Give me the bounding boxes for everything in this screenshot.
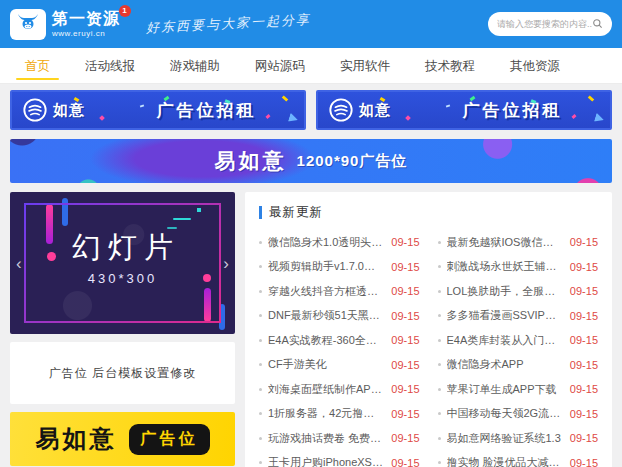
list-item[interactable]: 苹果订单生成APP下载 09-15 <box>438 377 599 402</box>
list-item[interactable]: CF手游美化 09-15 <box>259 353 420 378</box>
list-item[interactable]: 易如意网络验证系统1.3 09-15 <box>438 426 599 451</box>
list-item[interactable]: 微信隐身术1.0透明头像透空白名字 09-15 <box>259 230 420 255</box>
bullet-icon <box>259 412 262 415</box>
confetti <box>572 114 577 119</box>
bullet-icon <box>438 314 441 317</box>
article-date: 09-15 <box>391 432 419 444</box>
logo-text-block: 第一资源 1 www.eruyi.cn <box>52 11 120 38</box>
search-input[interactable] <box>497 19 592 29</box>
list-item[interactable]: 玩游戏抽话费卷 免费领取话费流量 09-15 <box>259 426 420 451</box>
ad-banner-right[interactable]: 如意 广告位招租 <box>316 90 612 130</box>
article-title[interactable]: 微信隐身术1.0透明头像透空白名字 <box>268 235 383 250</box>
yellow-ad-banner[interactable]: 易如意 广告位 <box>10 412 235 466</box>
confetti <box>99 115 105 121</box>
confetti <box>405 115 411 121</box>
list-item[interactable]: 刺激战场永世妖王辅助最新破解版 09-15 <box>438 255 599 280</box>
list-item[interactable]: 最新免越狱IOS微信新钻石VIP 超强防封版 09-15 <box>438 230 599 255</box>
bullet-icon <box>259 265 262 268</box>
nav-item[interactable]: 活动线报 <box>76 48 144 83</box>
list-item[interactable]: 多多猫看漫画SSVIP破解版 09-15 <box>438 304 599 329</box>
bullet-icon <box>438 388 441 391</box>
article-title[interactable]: CF手游美化 <box>268 357 383 372</box>
article-title[interactable]: 最新免越狱IOS微信新钻石VIP 超强防封版 <box>447 235 562 250</box>
article-title[interactable]: 1折服务器，42元撸半年 <box>268 406 383 421</box>
slideshow-caption: 幻灯片 430*300 <box>10 228 235 286</box>
ad-placeholder-box[interactable]: 广告位 后台模板设置修改 <box>10 342 235 404</box>
list-item[interactable]: E4A类库封装从入门到放弃 09-15 <box>438 328 599 353</box>
list-item[interactable]: 微信隐身术APP 09-15 <box>438 353 599 378</box>
yellow-banner-tag: 广告位 <box>129 424 210 455</box>
article-title[interactable]: LOL换肤助手，全服通用，老外出品 <box>447 284 562 299</box>
search-box[interactable] <box>488 12 612 36</box>
ad-banner-left[interactable]: 如意 广告位招租 <box>10 90 306 130</box>
site-title-text: 第一资源 <box>52 10 120 27</box>
prev-arrow-icon[interactable]: ‹ <box>16 255 22 272</box>
list-item[interactable]: E4A实战教程-360全网影视搜索二 09-15 <box>259 328 420 353</box>
bullet-icon <box>259 241 262 244</box>
list-item[interactable]: 中国移动每天领2G流量教程 09-15 <box>438 402 599 427</box>
article-title[interactable]: 视频剪辑助手v1.7.0破解版 <box>268 259 383 274</box>
big-banner-text: 1200*90广告位 <box>297 152 408 171</box>
nav-item[interactable]: 技术教程 <box>416 48 484 83</box>
article-date: 09-15 <box>570 261 598 273</box>
list-item[interactable]: 1折服务器，42元撸半年 09-15 <box>259 402 420 427</box>
list-item[interactable]: 王卡用户购iPhoneXS领1年QQ豪绿+腾讯. 09-15 <box>259 451 420 467</box>
article-title[interactable]: 多多猫看漫画SSVIP破解版 <box>447 308 562 323</box>
list-item[interactable]: LOL换肤助手，全服通用，老外出品 09-15 <box>438 279 599 304</box>
list-item[interactable]: 穿越火线抖音方框透视破解版V2.5 09-15 <box>259 279 420 304</box>
bullet-icon <box>259 314 262 317</box>
slideshow-size: 430*300 <box>10 271 235 286</box>
list-item[interactable]: 撸实物 脸漫优品大减价的东东 09-15 <box>438 451 599 467</box>
article-title[interactable]: 撸实物 脸漫优品大减价的东东 <box>447 455 562 467</box>
article-title[interactable]: 中国移动每天领2G流量教程 <box>447 406 562 421</box>
article-title[interactable]: 易如意网络验证系统1.3 <box>447 431 562 446</box>
site-logo[interactable] <box>10 9 46 40</box>
latest-updates-card: 最新更新 微信隐身术1.0透明头像透空白名字 09-15 最新免越狱IOS微信新… <box>245 192 612 467</box>
article-date: 09-15 <box>391 334 419 346</box>
nav-item[interactable]: 其他资源 <box>501 48 569 83</box>
yellow-banner-brand: 易如意 <box>36 423 117 455</box>
bullet-icon <box>259 363 262 366</box>
ad-banner-row: 如意 广告位招租 如意 广告位招租 <box>10 90 612 130</box>
nav-item[interactable]: 游戏辅助 <box>161 48 229 83</box>
list-item[interactable]: 视频剪辑助手v1.7.0破解版 09-15 <box>259 255 420 280</box>
nav-item[interactable]: 网站源码 <box>246 48 314 83</box>
article-date: 09-15 <box>391 457 419 467</box>
article-title[interactable]: 微信隐身术APP <box>447 357 562 372</box>
ruyi-circle-icon <box>22 97 48 123</box>
section-title: 最新更新 <box>269 204 323 221</box>
article-title[interactable]: 刺激战场永世妖王辅助最新破解版 <box>447 259 562 274</box>
article-title[interactable]: 穿越火线抖音方框透视破解版V2.5 <box>268 284 383 299</box>
next-arrow-icon[interactable]: › <box>223 255 229 272</box>
nav-item[interactable]: 首页 <box>16 48 59 83</box>
confetti <box>288 113 299 124</box>
article-title[interactable]: 王卡用户购iPhoneXS领1年QQ豪绿+腾讯. <box>268 455 383 467</box>
article-title[interactable]: E4A实战教程-360全网影视搜索二 <box>268 333 383 348</box>
article-title[interactable]: 苹果订单生成APP下载 <box>447 382 562 397</box>
confetti <box>282 95 288 101</box>
confetti <box>594 113 605 124</box>
slideshow[interactable]: 幻灯片 430*300 ‹ › <box>10 192 235 334</box>
confetti <box>266 114 271 119</box>
article-title[interactable]: DNF最新秒领51天黑钻活动 <box>268 308 383 323</box>
confetti <box>588 95 594 101</box>
bullet-icon <box>438 265 441 268</box>
bullet-icon <box>438 461 441 464</box>
list-item[interactable]: DNF最新秒领51天黑钻活动 09-15 <box>259 304 420 329</box>
site-title[interactable]: 第一资源 1 <box>52 11 120 27</box>
ad-brand: 如意 <box>359 101 391 120</box>
bullet-icon <box>438 363 441 366</box>
search-icon[interactable] <box>592 15 603 33</box>
nav-item[interactable]: 实用软件 <box>331 48 399 83</box>
bullet-icon <box>259 461 262 464</box>
article-title[interactable]: 玩游戏抽话费卷 免费领取话费流量 <box>268 431 383 446</box>
article-date: 09-15 <box>570 457 598 467</box>
list-item[interactable]: 刘海桌面壁纸制作APP下载 09-15 <box>259 377 420 402</box>
big-ad-banner[interactable]: 易如意 1200*90广告位 <box>10 139 612 183</box>
article-title[interactable]: 刘海桌面壁纸制作APP下载 <box>268 382 383 397</box>
bullet-icon <box>438 290 441 293</box>
article-title[interactable]: E4A类库封装从入门到放弃 <box>447 333 562 348</box>
article-date: 09-15 <box>570 359 598 371</box>
site-url: www.eruyi.cn <box>52 30 120 38</box>
article-date: 09-15 <box>391 383 419 395</box>
